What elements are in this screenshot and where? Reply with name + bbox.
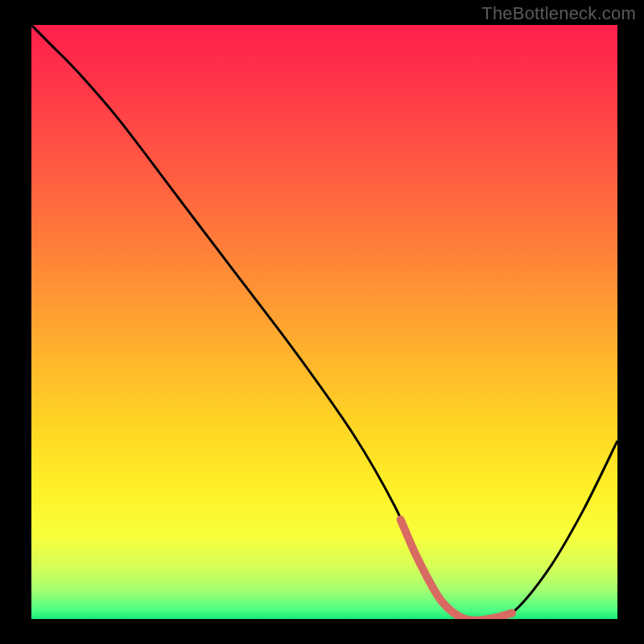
bottleneck-chart xyxy=(0,0,644,644)
watermark-text: TheBottleneck.com xyxy=(481,3,636,24)
chart-stage: TheBottleneck.com xyxy=(0,0,644,644)
plot-background xyxy=(31,25,617,619)
